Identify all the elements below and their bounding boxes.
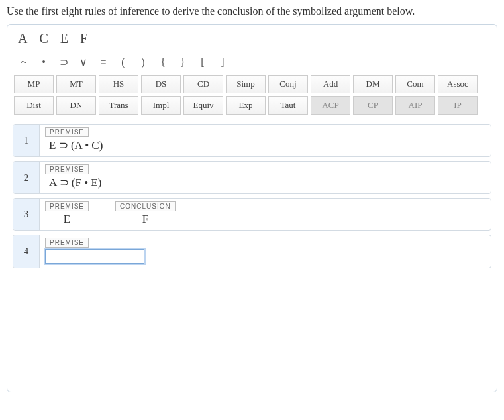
variable-palette: A C E F — [7, 25, 497, 52]
line-number: 4 — [13, 235, 40, 268]
var-C[interactable]: C — [39, 31, 48, 46]
sym-lbrace[interactable]: { — [153, 55, 173, 70]
rule-dm[interactable]: DM — [353, 75, 393, 93]
rule-dist[interactable]: Dist — [14, 96, 54, 115]
rule-hs[interactable]: HS — [99, 75, 138, 93]
premise-tag: PREMISE — [45, 127, 89, 137]
rule-com[interactable]: Com — [395, 75, 435, 93]
proof-line-1[interactable]: 1 PREMISE E ⊃ (A • C) — [13, 124, 491, 157]
conclusion-tag: CONCLUSION — [115, 201, 176, 211]
rule-conj[interactable]: Conj — [268, 75, 308, 93]
var-E[interactable]: E — [60, 31, 68, 46]
rule-impl[interactable]: Impl — [141, 96, 181, 115]
rule-add[interactable]: Add — [311, 75, 350, 93]
conclusion-formula: F — [115, 213, 176, 226]
sym-equiv[interactable]: ≡ — [93, 55, 113, 70]
rule-taut[interactable]: Taut — [268, 96, 308, 115]
premise-tag: PREMISE — [45, 164, 89, 174]
sym-lparen[interactable]: ( — [113, 55, 133, 70]
rule-simp[interactable]: Simp — [226, 75, 266, 93]
proof-canvas: A C E F ~ • ⊃ ∨ ≡ ( ) { } [ ] MP MT HS D… — [7, 24, 497, 392]
sym-horseshoe[interactable]: ⊃ — [54, 54, 74, 70]
instruction-text: Use the first eight rules of inference t… — [7, 5, 497, 17]
var-F[interactable]: F — [80, 31, 87, 46]
rule-assoc[interactable]: Assoc — [438, 75, 478, 93]
formula: E — [45, 213, 89, 226]
formula: E ⊃ (A • C) — [45, 138, 107, 152]
sym-tilde[interactable]: ~ — [14, 55, 34, 70]
premise-tag: PREMISE — [45, 238, 89, 248]
rule-ip[interactable]: IP — [438, 96, 478, 115]
sym-rparen[interactable]: ) — [133, 55, 153, 70]
rule-palette: MP MT HS DS CD Simp Conj Add DM Com Asso… — [7, 74, 497, 121]
line-number: 1 — [13, 125, 40, 156]
rule-acp[interactable]: ACP — [311, 96, 350, 115]
proof-line-4[interactable]: 4 PREMISE — [13, 235, 491, 268]
formula-input[interactable] — [45, 249, 144, 264]
rule-mp[interactable]: MP — [14, 75, 54, 93]
rule-dn[interactable]: DN — [56, 96, 96, 115]
rule-exp[interactable]: Exp — [226, 96, 266, 115]
proof-lines: 1 PREMISE E ⊃ (A • C) 2 PREMISE A ⊃ (F •… — [7, 121, 497, 392]
rule-trans[interactable]: Trans — [99, 96, 138, 115]
rule-cd[interactable]: CD — [183, 75, 223, 93]
sym-rbrace[interactable]: } — [173, 55, 193, 70]
rule-aip[interactable]: AIP — [395, 96, 435, 115]
rule-cp[interactable]: CP — [353, 96, 393, 115]
sym-lbracket[interactable]: [ — [193, 55, 213, 70]
sym-wedge[interactable]: ∨ — [74, 54, 93, 70]
var-A[interactable]: A — [18, 31, 27, 46]
proof-line-2[interactable]: 2 PREMISE A ⊃ (F • E) — [13, 161, 491, 194]
rule-mt[interactable]: MT — [56, 75, 96, 93]
line-number: 2 — [13, 162, 40, 193]
line-number: 3 — [13, 199, 40, 230]
rule-ds[interactable]: DS — [141, 75, 181, 93]
formula: A ⊃ (F • E) — [45, 176, 105, 189]
rule-equiv[interactable]: Equiv — [183, 96, 223, 115]
symbol-palette: ~ • ⊃ ∨ ≡ ( ) { } [ ] — [7, 52, 497, 74]
sym-dot[interactable]: • — [34, 55, 54, 70]
premise-tag: PREMISE — [45, 201, 89, 211]
proof-line-3[interactable]: 3 PREMISE E CONCLUSION F — [13, 198, 491, 231]
sym-rbracket[interactable]: ] — [213, 55, 232, 70]
